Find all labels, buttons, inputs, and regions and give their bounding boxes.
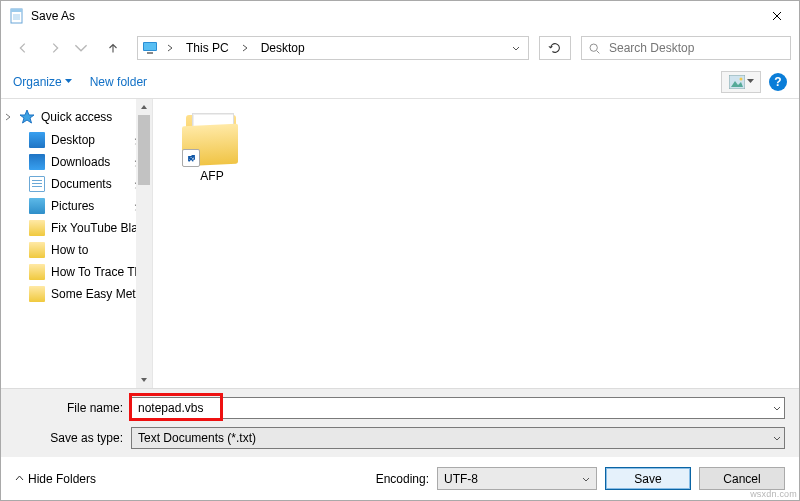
arrow-up-icon bbox=[106, 41, 120, 55]
recent-locations-button[interactable] bbox=[73, 36, 89, 60]
window-title: Save As bbox=[31, 9, 75, 23]
sidebar-item[interactable]: How to bbox=[1, 239, 152, 261]
svg-rect-7 bbox=[147, 52, 153, 54]
up-button[interactable] bbox=[99, 36, 127, 60]
new-folder-button[interactable]: New folder bbox=[90, 75, 147, 89]
savetype-label: Save as type: bbox=[15, 431, 131, 445]
sidebar-item[interactable]: Downloads bbox=[1, 151, 152, 173]
filename-label: File name: bbox=[15, 401, 131, 415]
search-box[interactable] bbox=[581, 36, 791, 60]
sidebar-quick-access[interactable]: Quick access bbox=[1, 105, 152, 129]
svg-point-8 bbox=[590, 44, 597, 51]
refresh-button[interactable] bbox=[539, 36, 571, 60]
filename-input[interactable] bbox=[131, 397, 785, 419]
folder-y-icon bbox=[29, 286, 45, 302]
titlebar: Save As bbox=[1, 1, 799, 31]
svg-marker-13 bbox=[20, 110, 34, 123]
folder-shortcut-icon bbox=[182, 113, 242, 165]
expand-icon bbox=[5, 110, 13, 124]
save-as-dialog: Save As This PC Desktop bbox=[0, 0, 800, 501]
sidebar-item-label: Downloads bbox=[51, 155, 110, 169]
cancel-button[interactable]: Cancel bbox=[699, 467, 785, 490]
caret-down-icon bbox=[747, 79, 754, 84]
scroll-down-icon[interactable] bbox=[136, 372, 152, 388]
search-icon bbox=[588, 42, 601, 55]
encoding-combo[interactable]: UTF-8 bbox=[437, 467, 597, 490]
sidebar-item-label: Fix YouTube Blac bbox=[51, 221, 144, 235]
scroll-up-icon[interactable] bbox=[136, 99, 152, 115]
sidebar-item[interactable]: Some Easy Meth bbox=[1, 283, 152, 305]
chevron-down-icon bbox=[74, 41, 88, 55]
save-button[interactable]: Save bbox=[605, 467, 691, 490]
back-button[interactable] bbox=[9, 36, 37, 60]
breadcrumb-root[interactable]: This PC bbox=[182, 39, 233, 57]
scroll-thumb[interactable] bbox=[138, 115, 150, 185]
chevron-up-icon bbox=[15, 475, 24, 482]
sidebar-item-label: How To Trace Th bbox=[51, 265, 141, 279]
sidebar-item-label: Documents bbox=[51, 177, 112, 191]
arrow-right-icon bbox=[48, 41, 62, 55]
sidebar-item-label: Pictures bbox=[51, 199, 94, 213]
body-area: Quick access DesktopDownloadsDocumentsPi… bbox=[1, 99, 799, 388]
sidebar-item[interactable]: Documents bbox=[1, 173, 152, 195]
arrow-left-icon bbox=[16, 41, 30, 55]
address-bar[interactable]: This PC Desktop bbox=[137, 36, 529, 60]
file-pane[interactable]: AFP bbox=[153, 99, 799, 388]
svg-rect-1 bbox=[11, 9, 22, 12]
notepad-app-icon bbox=[9, 8, 25, 24]
doc-i-icon bbox=[29, 176, 45, 192]
caret-down-icon bbox=[65, 79, 72, 84]
folder-y-icon bbox=[29, 220, 45, 236]
refresh-icon bbox=[548, 41, 562, 55]
organize-button[interactable]: Organize bbox=[13, 75, 72, 89]
file-item-label: AFP bbox=[200, 169, 223, 183]
forward-button[interactable] bbox=[41, 36, 69, 60]
close-button[interactable] bbox=[754, 1, 799, 31]
folder-y-icon bbox=[29, 264, 45, 280]
navbar: This PC Desktop bbox=[1, 31, 799, 65]
action-row: Hide Folders Encoding: UTF-8 Save Cancel bbox=[1, 457, 799, 500]
search-input[interactable] bbox=[607, 40, 784, 56]
picture-view-icon bbox=[729, 75, 745, 89]
sidebar-item[interactable]: Fix YouTube Blac bbox=[1, 217, 152, 239]
pic-i-icon bbox=[29, 198, 45, 214]
down-i-icon bbox=[29, 154, 45, 170]
chevron-right-icon bbox=[164, 44, 176, 52]
svg-rect-6 bbox=[144, 43, 156, 50]
toolbar: Organize New folder ? bbox=[1, 65, 799, 99]
file-item-afp[interactable]: AFP bbox=[167, 113, 257, 183]
desktop-i-icon bbox=[29, 132, 45, 148]
sidebar: Quick access DesktopDownloadsDocumentsPi… bbox=[1, 99, 153, 388]
sidebar-item[interactable]: Pictures bbox=[1, 195, 152, 217]
sidebar-item-label: How to bbox=[51, 243, 88, 257]
svg-line-9 bbox=[597, 50, 599, 52]
folder-y-icon bbox=[29, 242, 45, 258]
savetype-combo[interactable]: Text Documents (*.txt) bbox=[131, 427, 785, 449]
help-button[interactable]: ? bbox=[769, 73, 787, 91]
svg-point-12 bbox=[739, 77, 742, 80]
close-icon bbox=[772, 11, 782, 21]
view-options-button[interactable] bbox=[721, 71, 761, 93]
address-dropdown[interactable] bbox=[508, 41, 524, 55]
sidebar-scrollbar[interactable] bbox=[136, 99, 152, 388]
sidebar-item[interactable]: Desktop bbox=[1, 129, 152, 151]
bottom-panel: File name: Save as type: Text Documents … bbox=[1, 388, 799, 457]
help-icon: ? bbox=[774, 75, 781, 89]
star-icon bbox=[19, 109, 35, 125]
encoding-label: Encoding: bbox=[376, 472, 429, 486]
sidebar-item[interactable]: How To Trace Th bbox=[1, 261, 152, 283]
shortcut-overlay-icon bbox=[182, 149, 200, 167]
sidebar-item-label: Some Easy Meth bbox=[51, 287, 142, 301]
breadcrumb-folder[interactable]: Desktop bbox=[257, 39, 309, 57]
sidebar-item-label: Desktop bbox=[51, 133, 95, 147]
chevron-right-icon bbox=[239, 44, 251, 52]
monitor-icon bbox=[142, 40, 158, 56]
chevron-down-icon bbox=[582, 472, 590, 486]
hide-folders-button[interactable]: Hide Folders bbox=[15, 472, 96, 486]
